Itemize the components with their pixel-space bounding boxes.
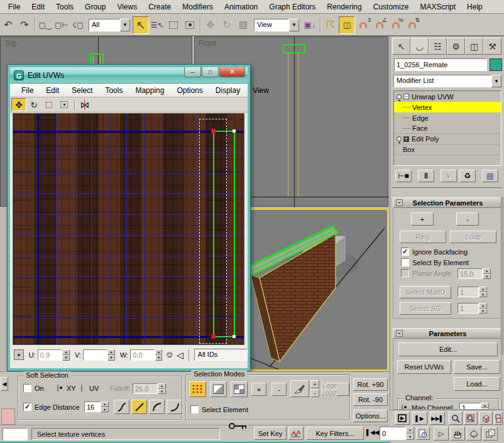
vertex-mode-icon[interactable] [189, 381, 206, 397]
spinner-snap-icon[interactable]: ⇅ [404, 16, 420, 34]
sg-spinner[interactable]: ▴▾ [479, 303, 487, 314]
zoom-all-icon[interactable] [464, 412, 478, 425]
tab-create-icon[interactable]: ↖ [392, 38, 410, 55]
redo-icon[interactable]: ↷ [16, 16, 33, 34]
xy-radio[interactable] [57, 384, 58, 393]
soft-selection-on-checkbox[interactable] [23, 384, 31, 392]
edge-mode-icon[interactable] [210, 381, 227, 397]
unlink-selection-icon[interactable]: ▢⊢ [53, 16, 70, 34]
planar-angle-checkbox[interactable] [401, 269, 409, 277]
face-mode-icon[interactable] [231, 381, 248, 397]
panel-scrollbar[interactable] [501, 197, 503, 354]
selected-vertex[interactable] [211, 129, 216, 133]
select-and-link-icon[interactable]: ▢‿ [37, 16, 53, 34]
select-and-move-icon[interactable]: ✥ [202, 16, 219, 34]
stack-row-box[interactable]: Box [394, 145, 501, 155]
menu-create[interactable]: Create [143, 1, 177, 13]
collapse-icon[interactable]: - [396, 199, 403, 206]
edge-distance-spinner[interactable]: ▴▾ [101, 402, 109, 412]
minimize-icon[interactable]: ─ [184, 67, 201, 77]
map-channel-radio[interactable] [402, 403, 403, 410]
edge-distance-field[interactable]: 16 [84, 402, 101, 412]
pan-arrow-icon[interactable]: ▷ [434, 427, 449, 440]
stack-row-face[interactable]: Face [394, 123, 501, 134]
stack-row-edge[interactable]: Edge [394, 112, 501, 123]
viewport-front-label[interactable]: Front [199, 39, 216, 48]
menu-customize[interactable]: Customize [368, 1, 415, 13]
save-uvws-button[interactable]: Save... [454, 360, 500, 374]
options-button[interactable]: Options... [353, 410, 388, 422]
tab-display-icon[interactable]: ◫ [465, 38, 483, 55]
select-and-manipulate-icon[interactable]: ☈ [322, 16, 339, 34]
dialog-menu-view[interactable]: View [246, 85, 275, 96]
show-end-result-icon[interactable]: ‖ [418, 170, 434, 182]
select-matid-button[interactable]: Select MatID [400, 286, 451, 298]
rotate-plus-90-button[interactable]: Rot. +90 [353, 378, 388, 391]
paint-shrink-button[interactable]: - [310, 389, 319, 397]
stack-row-unwrap-uvw[interactable]: − Unwrap UVW [394, 91, 501, 102]
go-to-end-icon[interactable]: ▶▶▌ [430, 412, 445, 425]
menu-file[interactable]: File [3, 1, 26, 13]
dropdown-arrow-icon[interactable]: ▼ [289, 19, 299, 31]
u-value-field[interactable]: 0,9 [38, 349, 62, 361]
rectangular-selection-region-icon[interactable] [165, 16, 182, 34]
menu-maxscript[interactable]: MAXScript [414, 1, 461, 13]
time-spinner[interactable]: ▴▾ [406, 427, 414, 440]
absolute-offset-toggle-icon[interactable] [14, 349, 24, 360]
auto-key-curve-icon[interactable] [288, 427, 304, 440]
remove-modifier-icon[interactable]: ♻ [459, 170, 476, 182]
matid-field[interactable]: 1 [457, 287, 479, 297]
loop-button[interactable]: Loop [450, 231, 496, 243]
current-time-field[interactable]: 0 [380, 427, 406, 440]
selection-filter-dropdown[interactable]: All ▼ [89, 19, 130, 31]
edit-uvws-button[interactable]: Edit... [398, 342, 498, 356]
uv-editor-canvas[interactable] [13, 113, 244, 345]
map-channel-field[interactable]: 1 [459, 403, 481, 410]
key-mode-toggle-icon[interactable]: ▌◀◀ [366, 429, 379, 435]
scale-tool-icon[interactable] [41, 98, 57, 111]
menu-views[interactable]: Views [111, 1, 143, 13]
grow-uv-selection-button[interactable]: + [251, 383, 266, 396]
dialog-menu-tools[interactable]: Tools [99, 85, 129, 96]
selection-parameters-rollout-header[interactable]: - Selection Parameters [393, 197, 502, 208]
collapse-icon[interactable]: − [403, 94, 409, 99]
collapse-icon[interactable]: - [396, 330, 403, 337]
zoom-extents-all-icon[interactable] [494, 412, 503, 425]
shrink-selection-button[interactable]: - [456, 212, 479, 226]
zoom-extents-icon[interactable] [479, 412, 493, 425]
dialog-titlebar[interactable]: G Edit UVWs ─ □ ✕ [10, 67, 248, 84]
paint-select-icon[interactable] [290, 380, 309, 397]
zoom-icon[interactable] [449, 412, 463, 425]
dialog-menu-edit[interactable]: Edit [40, 85, 65, 96]
stack-row-vertex-selected[interactable]: Vertex [394, 102, 501, 112]
sg-field[interactable]: 1 [457, 303, 479, 314]
menu-rendering[interactable]: Rendering [321, 1, 367, 13]
w-value-field[interactable]: 0,0 [130, 349, 155, 361]
mirror-tool-icon[interactable]: ⋈ [77, 98, 92, 111]
falloff-linear-icon[interactable] [131, 400, 147, 414]
snaps-toggle-icon[interactable]: ◫ [339, 16, 355, 34]
angle-snap-icon[interactable]: ∠ [371, 16, 388, 34]
make-unique-icon[interactable]: ⋎ [441, 170, 457, 182]
tab-hierarchy-icon[interactable]: ☷ [429, 38, 447, 55]
matid-spinner[interactable]: ▴▾ [479, 287, 487, 297]
parameters-rollout-header[interactable]: - Parameters [393, 328, 502, 339]
all-ids-dropdown[interactable]: All IDs [194, 349, 248, 361]
v-spinner[interactable]: ▴▾ [107, 349, 115, 361]
time-configuration-icon[interactable] [416, 427, 430, 440]
set-key-button[interactable]: Set Key [254, 427, 287, 440]
menu-edit[interactable]: Edit [26, 1, 50, 13]
v-value-field[interactable] [83, 349, 107, 361]
paint-grow-button[interactable]: + [310, 380, 319, 388]
menu-help[interactable]: Help [461, 1, 488, 13]
falloff-fast-out-icon[interactable] [167, 400, 182, 414]
percent-snap-icon[interactable]: % [388, 16, 404, 34]
snap-3d-icon[interactable]: 3 [355, 16, 371, 34]
dialog-menu-display[interactable]: Display [209, 85, 246, 96]
select-by-element-checkbox[interactable] [401, 258, 409, 266]
configure-modifier-sets-icon[interactable]: ▤ [482, 170, 498, 182]
set-key-toggle-icon[interactable] [227, 420, 250, 433]
falloff-spinner[interactable]: ▴▾ [158, 383, 166, 394]
object-color-swatch[interactable] [490, 58, 502, 71]
modifier-list-dropdown[interactable]: Modifier List ▼ [393, 75, 501, 87]
